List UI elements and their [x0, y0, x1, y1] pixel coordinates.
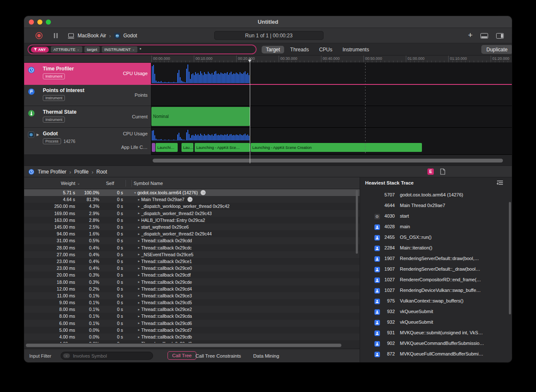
device-target-selector[interactable]: MacBook Air › Godot	[67, 28, 137, 43]
stack-trace-row[interactable]: 1027RenderingDeviceVulkan::swap_buffe…	[360, 286, 508, 296]
call-tree-row[interactable]: 5.00 ms0.0%0 s▸Thread::callback 0x29cd7	[24, 327, 360, 333]
disclosure-closed-icon[interactable]: ▸	[137, 342, 141, 343]
extended-detail-button[interactable]: E	[427, 168, 434, 175]
disclosure-closed-icon[interactable]: ▸	[137, 198, 141, 202]
focus-arrow-badge[interactable]: →	[187, 197, 193, 202]
filter-any-token[interactable]: ANY	[31, 47, 49, 53]
playhead-handle[interactable]	[248, 60, 251, 62]
call-tree-hscrollbar-thumb[interactable]	[26, 344, 341, 347]
call-tree-row[interactable]: 20.00 ms0.3%0 s▸Thread::callback 0x29cdf	[24, 272, 360, 278]
call-tree-row[interactable]: 8.00 ms0.1%0 s▸Thread::callback 0x29cda	[24, 313, 360, 319]
filter-token[interactable]: ATTRIBUTE⌄	[51, 46, 82, 53]
filter-menu-chevron-icon[interactable]: ⌄	[63, 353, 70, 358]
titlebar[interactable]: Untitled	[24, 16, 512, 28]
add-instrument-button[interactable]: +	[466, 30, 475, 40]
data-mining-button[interactable]: Data Mining	[253, 349, 279, 362]
stack-trace-row[interactable]: 931MVKQueue::submit(unsigned int, VkS…	[360, 328, 508, 339]
phase-segment[interactable]	[152, 143, 155, 152]
disclosure-closed-icon[interactable]: ▸	[137, 273, 141, 277]
call-tree-row[interactable]: 6.00 ms0.1%0 s▸Thread::callback 0x29cd6	[24, 320, 360, 327]
disclosure-closed-icon[interactable]: ▸	[137, 314, 141, 318]
bottom-pane-toggle-button[interactable]	[480, 33, 488, 40]
phase-segment[interactable]: Launchi…	[156, 143, 178, 152]
disclosure-closed-icon[interactable]: ▸	[137, 204, 141, 208]
description-button[interactable]	[440, 168, 445, 176]
segment-instruments[interactable]: Instruments	[338, 46, 374, 53]
timeline-scrollbar-thumb[interactable]	[153, 159, 503, 162]
duplicate-button[interactable]: Duplicate	[481, 45, 512, 54]
track-plot-thermal-state[interactable]: Nominal	[151, 106, 512, 128]
record-button[interactable]	[35, 32, 43, 39]
track-plot-time-profiler[interactable]	[151, 63, 512, 84]
call-tree-row[interactable]: 169.00 ms2.9%0 s▸_dispatch_worker_thread…	[24, 210, 360, 217]
symbol-filter-input[interactable]	[61, 352, 153, 360]
disclosure-closed-icon[interactable]: ▸	[137, 239, 141, 243]
stack-trace-row[interactable]: 5707godot.osx.tools.arm64 (14276)	[360, 190, 508, 201]
column-divider[interactable]	[131, 180, 132, 187]
disclosure-closed-icon[interactable]: ▸	[137, 225, 141, 229]
track-header-godot[interactable]: ▶ Godot Process 14276 CPU Usage App Life…	[24, 128, 151, 155]
call-tree-options-button[interactable]: Call Tree	[168, 351, 196, 360]
track-filter-field[interactable]: ANY ATTRIBUTE⌄targetINSTRUMENT⌄ *	[28, 45, 257, 54]
breadcrumb-item[interactable]: Profile	[74, 169, 89, 175]
call-tree-row[interactable]: 4.00 ms0.0%0 s▸Thread::callback 0x29cdb	[24, 333, 360, 340]
stack-trace-row[interactable]: 4028main	[360, 222, 508, 232]
track-plot-godot[interactable]: Launchi…Lau…Launching - AppKit Sce…Launc…	[151, 128, 512, 155]
pause-button[interactable]	[54, 33, 59, 38]
phase-segment[interactable]: Launching - AppKit Scene Creation	[251, 143, 422, 152]
call-tree-row[interactable]: 9.00 ms0.1%0 s▸Thread::callback 0x29cd5	[24, 299, 360, 306]
call-tree-row[interactable]: 23.00 ms0.4%0 s▸Thread::callback 0x29ce1	[24, 258, 360, 265]
column-header-self[interactable]: Self	[92, 177, 114, 189]
disclosure-closed-icon[interactable]: ▸	[137, 328, 141, 332]
disclosure-closed-icon[interactable]: ▸	[137, 246, 141, 249]
collapse-stack-icon[interactable]	[497, 180, 503, 188]
segment-target[interactable]: Target	[262, 46, 284, 53]
disclosure-closed-icon[interactable]: ▸	[137, 335, 141, 339]
call-tree-row[interactable]: 12.00 ms0.2%0 s▸Thread::callback 0x29cd4	[24, 286, 360, 292]
stack-trace-row[interactable]: 1027RendererCompositorRD::end_frame(…	[360, 275, 508, 286]
disclosure-closed-icon[interactable]: ▸	[137, 266, 141, 270]
stack-trace-row[interactable]: 932vkQueueSubmit	[360, 317, 508, 328]
track-plot-points-of-interest[interactable]	[151, 84, 512, 106]
stack-trace-row[interactable]: 1907RenderingServerDefault::draw(bool,…	[360, 254, 508, 264]
column-divider[interactable]	[126, 180, 126, 187]
disclosure-closed-icon[interactable]: ▸	[137, 301, 141, 305]
disclosure-closed-icon[interactable]: ▸	[137, 218, 141, 222]
stack-trace-row[interactable]: 872MVKQueueFullCommandBufferSubmi…	[360, 349, 508, 360]
disclosure-open-icon[interactable]: ▾	[133, 191, 137, 195]
call-tree-row[interactable]: 11.00 ms0.1%0 s▸Thread::callback 0x29ce3	[24, 292, 360, 299]
track-header-points-of-interest[interactable]: Points of Interest Instrument Points	[24, 84, 151, 106]
disclosure-closed-icon[interactable]: ▸	[137, 321, 141, 325]
filter-token[interactable]: INSTRUMENT⌄	[102, 46, 137, 53]
call-tree-row[interactable]: 145.00 ms2.5%0 s▸start_wqthread 0x29ce6	[24, 224, 360, 230]
stack-trace-row[interactable]: 975VulkanContext::swap_buffers()	[360, 296, 508, 307]
timeline-ruler[interactable]: 00:00.00000:10.00000:20.00000:30.00000:4…	[24, 56, 512, 63]
phase-segment[interactable]: Nominal	[151, 107, 250, 126]
breadcrumb-item[interactable]: Root	[96, 169, 107, 175]
stack-trace-row[interactable]: 1907RenderingServerDefault::_draw(bool…	[360, 264, 508, 275]
disclosure-closed-icon[interactable]: ▸	[137, 252, 141, 256]
call-tree-constraints-button[interactable]: Call Tree Constraints	[195, 349, 241, 362]
column-header-weight[interactable]: Weight ⌄	[24, 177, 80, 189]
stack-trace-row[interactable]: ⚙4030start	[360, 211, 508, 222]
call-tree-row[interactable]: 23.00 ms0.4%0 s▸Thread::callback 0x29ce0	[24, 265, 360, 272]
disclosure-closed-icon[interactable]: ▸	[137, 294, 141, 297]
stack-trace-row[interactable]: 932vkQueueSubmit	[360, 307, 508, 317]
focus-arrow-badge[interactable]: →	[201, 190, 206, 195]
breadcrumb-item[interactable]: Time Profiler	[38, 169, 67, 175]
right-pane-toggle-button[interactable]	[496, 33, 504, 40]
track-scope-segmented-control[interactable]: TargetThreadsCPUsInstruments	[262, 45, 373, 54]
column-header-symbol[interactable]: Symbol Name	[134, 177, 163, 189]
stack-trace-row[interactable]: 4644Main Thread 0x29ae7	[360, 201, 508, 211]
track-header-thermal-state[interactable]: Thermal State Instrument Current	[24, 106, 151, 128]
call-tree-row[interactable]: 250.00 ms4.3%0 s▸_dispatch_workloop_work…	[24, 203, 360, 210]
disclosure-closed-icon[interactable]: ▶	[36, 133, 39, 137]
call-tree-row[interactable]: 28.00 ms0.4%0 s▸Thread::callback 0x29cdc	[24, 244, 360, 251]
stack-trace-row[interactable]: 2284Main::iteration()	[360, 243, 508, 254]
track-header-time-profiler[interactable]: Time Profiler Instrument CPU Usage	[24, 63, 151, 84]
disclosure-closed-icon[interactable]: ▸	[137, 280, 141, 284]
disclosure-closed-icon[interactable]: ▸	[137, 308, 141, 311]
call-tree-row[interactable]: 31.00 ms0.5%0 s▸Thread::callback 0x29cdd	[24, 237, 360, 244]
call-tree-row[interactable]: 8.00 ms0.1%0 s▸Thread::callback 0x29ce2	[24, 306, 360, 313]
disclosure-closed-icon[interactable]: ▸	[137, 232, 141, 236]
